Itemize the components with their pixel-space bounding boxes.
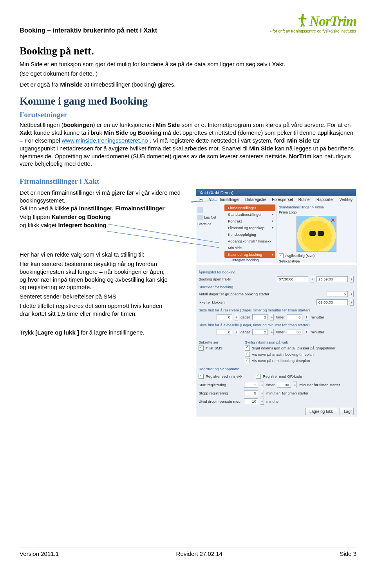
menu-innstillinger[interactable]: Innstillinger <box>220 197 240 202</box>
spinner-icon[interactable]: ▲▼ <box>235 314 238 320</box>
menu-verktoy[interactable]: Verktøy <box>339 197 352 202</box>
svg-point-0 <box>302 14 304 16</box>
menu-rutiner[interactable]: Rutiner <box>298 197 311 202</box>
hdr-apningstid: Åpningstid for booking <box>199 270 354 274</box>
settings-panel: Standardinnstillinger > Firma Firma Logo… <box>277 203 356 263</box>
logo: NorTrim - for drift av treningssentre og… <box>270 14 356 34</box>
heading-komme-i-gang: Komme i gang med Booking <box>20 95 356 107</box>
input-start-m[interactable]: 30 <box>277 382 291 388</box>
sub-kalender[interactable]: Kalender <box>224 263 275 264</box>
tab-firmainnstillinger[interactable]: Firmainnstillinger <box>224 204 275 211</box>
spinner-icon[interactable]: ▲▼ <box>293 382 297 388</box>
subheading-forutsetninger: Forutsetninger <box>20 110 356 119</box>
opt-adgang[interactable]: Adgangskontroll / Innsjekk <box>224 238 275 244</box>
spinner-icon[interactable]: ▲▼ <box>350 299 354 306</box>
left-nav: Les Net Startside <box>196 203 223 263</box>
nav-les-net[interactable]: Les Net <box>197 215 222 220</box>
spinner-icon[interactable]: ▲▼ <box>260 390 264 396</box>
logo-preview: ✕ <box>296 216 336 252</box>
input-not-before[interactable]: 09:00:00 <box>316 299 348 305</box>
checkbox-reg-innsjekk[interactable]: Registrer ved innsjekk <box>199 374 253 379</box>
input-res-days[interactable]: 0 <box>217 314 232 320</box>
footer-page: Side 3 <box>340 550 356 557</box>
check-icon <box>199 346 204 351</box>
input-dropin[interactable]: 10 <box>244 398 258 404</box>
spinner-icon[interactable]: ▲▼ <box>350 291 354 297</box>
opt-okonomi[interactable]: Økonomi og regnskap▾ <box>224 224 275 231</box>
label-firma-logo: Firma Logo <box>279 210 354 214</box>
check-icon <box>199 374 204 379</box>
screenshot-booking-settings: Åpningstid for booking Booking åpen fra-… <box>196 266 356 417</box>
input-avb-min[interactable]: 30 <box>287 329 302 335</box>
menu-foresporsel[interactable]: Forespørsel <box>272 197 293 202</box>
spinner-icon[interactable]: ▲▼ <box>350 276 354 282</box>
spinner-icon[interactable]: ▲▼ <box>305 329 308 335</box>
input-start-h[interactable]: 1 <box>244 382 258 388</box>
opt-kalender-booking[interactable]: Kalender og booking▴ <box>224 251 275 258</box>
settings-menu: Firmainnstillinger Standardinnstillinger… <box>223 203 277 263</box>
logo-main: NorTrim <box>297 14 356 29</box>
hdr-siste-frist-res: Siste frist for å reservere (Dager, time… <box>199 308 354 312</box>
nav-startside[interactable]: Startside <box>197 222 222 226</box>
spinner-icon[interactable]: ▲▼ <box>270 314 274 320</box>
hdr-siste-frist-avb: Siste frist for å avbestille (Dager, tim… <box>199 323 354 327</box>
input-res-min[interactable]: 0 <box>287 314 302 320</box>
breadcrumb: Standardinnstillinger > Firma <box>279 205 354 209</box>
checkbox-skjul-info[interactable]: Skjul informasjon om antall plasser på g… <box>245 346 354 351</box>
link-example-domain[interactable]: www.minside.treningssenteret.no <box>62 137 148 144</box>
checkbox-vis-ansatt[interactable]: Vis navn på ansatt i booking-timeplan <box>245 352 354 357</box>
hdr-bekreftelser: Bekreftelser <box>199 340 238 344</box>
spinner-icon[interactable]: ▲▼ <box>311 276 314 282</box>
menu-rapporter[interactable]: Rapporter <box>316 197 334 202</box>
menu-fil[interactable]: Fil <box>199 197 204 202</box>
checkbox-vis-rom[interactable]: Vis navn på rom i booking-timeplan <box>245 358 354 363</box>
lbl-booking-apen: Booking åpen fra-til <box>199 277 231 281</box>
app-titlebar: Xakt (Xakt Demo) <box>196 189 356 196</box>
app-menubar: Fil Vis Innstillinger Dataregistre Fores… <box>196 196 356 203</box>
button-lagre-og-lukk[interactable]: Lagre og lukk <box>305 408 337 415</box>
input-stopp[interactable]: 5 <box>244 390 258 396</box>
page-footer: Versjon 2011.1 Revidert 27.02.14 Side 3 <box>20 548 356 557</box>
button-lagre[interactable]: Lagr <box>340 408 354 415</box>
input-avb-hours[interactable]: 2 <box>252 329 268 335</box>
screenshot-firmainnstillinger: Xakt (Xakt Demo) Fil Vis Innstillinger D… <box>196 189 356 263</box>
opt-minside[interactable]: Min side <box>224 244 275 251</box>
opt-standard[interactable]: Standardinnstillinger▾ <box>224 211 275 218</box>
lbl-utvid-dropin: Utvid dropin-periode med <box>199 399 242 403</box>
lbl-antall-dager: Antall dager før gruppetime booking star… <box>199 292 269 296</box>
menu-dataregistre[interactable]: Dataregistre <box>245 197 266 202</box>
spinner-icon[interactable]: ▲▼ <box>305 314 308 320</box>
person-icon <box>197 207 203 213</box>
header-title: Booking – interaktiv brukerinfo på nett … <box>20 27 157 34</box>
sub-integrert-booking[interactable]: Integrert booking <box>224 258 275 263</box>
checkbox-reg-qr[interactable]: Registrer med QR-kode <box>256 374 302 379</box>
input-open-from[interactable]: 07:30:00 <box>277 276 308 282</box>
logo-icon <box>297 14 309 29</box>
opt-kundeopp[interactable]: Kundeoppfølging <box>224 231 275 238</box>
label-selskapstype: Selskapstype <box>279 259 354 263</box>
checkbox-avgiftspliktig[interactable]: Avgiftspliktig (Mva) <box>279 253 354 258</box>
delete-logo-icon[interactable]: ✕ <box>331 217 335 223</box>
input-days-before[interactable]: 5 <box>327 291 348 297</box>
spinner-icon[interactable]: ▲▼ <box>260 382 264 388</box>
opt-kontrakt[interactable]: Kontrakt▾ <box>224 218 275 224</box>
lbl-ikke-for: Ikke før klokken <box>199 300 225 304</box>
menu-vis[interactable]: Vis <box>209 197 215 202</box>
hdr-synlig-info: Synlig informasjon på web <box>245 340 354 344</box>
hdr-reg-oppmote: Registrering av oppmøte <box>199 367 354 371</box>
nav-person-icon[interactable] <box>197 207 222 213</box>
input-res-hours[interactable]: 2 <box>252 314 268 320</box>
spinner-icon[interactable]: ▲▼ <box>260 398 264 405</box>
globe-icon <box>197 215 203 220</box>
input-open-to[interactable]: 23:59:00 <box>316 276 348 282</box>
input-avb-days[interactable]: 0 <box>217 329 232 335</box>
lbl-stopp-reg: Stopp registrering <box>199 391 242 395</box>
spinner-icon[interactable]: ▲▼ <box>270 329 274 335</box>
check-icon <box>256 374 261 379</box>
footer-revised: Revidert 27.02.14 <box>176 550 222 557</box>
checkbox-sms[interactable]: Tillat SMS <box>199 346 238 351</box>
spinner-icon[interactable]: ▲▼ <box>235 329 238 335</box>
check-icon <box>245 352 250 357</box>
forutsetninger-paragraph: Nettbestillingen (bookingen) er en av fu… <box>20 121 356 168</box>
check-icon <box>279 253 284 258</box>
